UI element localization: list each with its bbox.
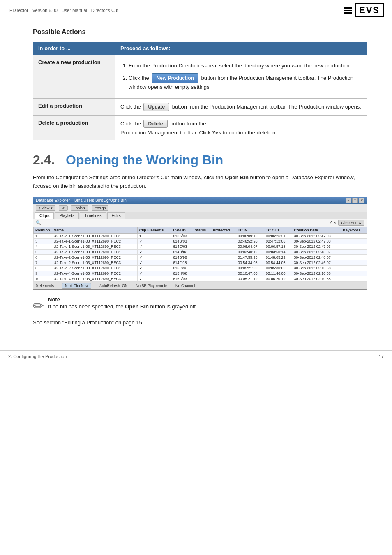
table-cell xyxy=(341,244,367,249)
db-titlebar-controls: − □ ✕ xyxy=(346,198,364,204)
table-cell: 614B/98 xyxy=(171,254,193,260)
table-cell: 30-Sep-2012 02:47:03 xyxy=(292,238,341,244)
note-text-bold: Open Bin xyxy=(125,303,149,310)
action-label: Create a new production xyxy=(33,55,115,99)
table-cell: 10 xyxy=(34,276,52,281)
table-cell xyxy=(341,260,367,265)
note-title: Note xyxy=(48,296,367,303)
clear-all-button[interactable]: Clear ALL ✕ xyxy=(338,220,364,226)
table-cell xyxy=(341,254,367,260)
working-bin-intro: From the Configuration Settings area of … xyxy=(33,173,367,191)
table-cell xyxy=(211,271,236,276)
col-clip-elements: Clip Elements xyxy=(137,227,171,233)
view-dropdown[interactable]: ↕ View ▾ xyxy=(36,205,55,211)
table-cell: 00:05:21:00 xyxy=(236,265,264,271)
note-text: If no bin has been specified, the Open B… xyxy=(48,303,367,310)
table-cell: U2-Take-1-Scene1-03_XT112690_REC3 xyxy=(52,244,137,249)
table-cell xyxy=(211,244,236,249)
table-cell xyxy=(341,249,367,254)
new-production-button[interactable]: New Production xyxy=(152,73,198,83)
step2-prefix: Click the xyxy=(129,75,150,81)
footer-left: 2. Configuring the Production xyxy=(8,354,67,359)
col-protected: Protected xyxy=(211,227,236,233)
actions-table: In order to ... Proceed as follows: Crea… xyxy=(33,42,367,140)
next-clip-now-button[interactable]: Next Clip Now xyxy=(62,283,91,289)
table-cell: 5 xyxy=(34,249,52,254)
close-button[interactable]: ✕ xyxy=(359,198,364,204)
table-cell: 02:47:12:03 xyxy=(264,238,292,244)
play-remote-status: No BE Play remote xyxy=(136,284,168,288)
table-cell xyxy=(193,260,211,265)
update-button[interactable]: Update xyxy=(143,103,169,111)
table-cell xyxy=(193,265,211,271)
col2-header: Proceed as follows: xyxy=(115,42,367,55)
table-cell: 30-Sep-2012 02:47:03 xyxy=(292,244,341,249)
col-name: Name xyxy=(52,227,137,233)
table-cell xyxy=(211,249,236,254)
table-cell: 00:03:40:19 xyxy=(236,249,264,254)
tab-playlists[interactable]: Playlists xyxy=(55,212,79,219)
table-row: 8U2-Take-2-Scene1-03_XT112690_REC1✓615G/… xyxy=(34,265,367,271)
table-cell: 00:06:04:07 xyxy=(236,244,264,249)
autorefresh-status: AutoRefresh: ON xyxy=(99,284,128,288)
tab-edits[interactable]: Edits xyxy=(107,212,125,219)
table-cell: U2-Take-1-Scene1-03_XT112690_REC1 xyxy=(52,249,137,254)
tab-timelines[interactable]: Timelines xyxy=(80,212,106,219)
table-cell xyxy=(211,233,236,238)
refresh-button[interactable]: ⟳ xyxy=(59,205,68,211)
table-cell xyxy=(193,271,211,276)
section-number: 2.4. xyxy=(33,153,58,168)
col-position: Position xyxy=(34,227,52,233)
note-box: ✏ Note If no bin has been specified, the… xyxy=(33,296,367,314)
step-2: Click the New Production button from the… xyxy=(129,73,362,91)
action-description: Click the Delete button from the Product… xyxy=(115,116,367,140)
db-tabs: Clips Playlists Timelines Edits xyxy=(33,212,367,219)
table-row: Delete a production Click the Delete but… xyxy=(33,116,367,140)
table-cell: 02:46:52:20 xyxy=(236,238,264,244)
table-cell: U2-Take-2-Scene1-03_XT112690_REC1 xyxy=(52,265,137,271)
table-cell: 30-Sep-2012 02:46:07 xyxy=(292,260,341,265)
note-text-prefix: If no bin has been specified, the xyxy=(48,303,124,310)
table-cell: ✓ xyxy=(137,249,171,254)
header-title: IPDirector - Version 6.00 - User Manual … xyxy=(8,8,118,13)
tools-dropdown[interactable]: Tools ▾ xyxy=(71,205,89,211)
table-cell xyxy=(193,276,211,281)
table-cell xyxy=(193,238,211,244)
page-footer: 2. Configuring the Production 17 xyxy=(0,350,392,362)
possible-actions-title: Possible Actions xyxy=(33,28,367,36)
table-cell: 4 xyxy=(34,244,52,249)
table-cell: ✓ xyxy=(137,271,171,276)
table-cell: 615H/98 xyxy=(171,271,193,276)
table-cell: U2-Take-2-Scene1-03_XT112690_REC3 xyxy=(52,260,137,265)
table-row: Edit a production Click the Update butto… xyxy=(33,99,367,116)
table-cell xyxy=(193,244,211,249)
maximize-button[interactable]: □ xyxy=(352,198,358,204)
table-cell: 7 xyxy=(34,260,52,265)
question-icon: ? xyxy=(330,220,332,225)
col-lsmid: LSM ID xyxy=(171,227,193,233)
section-heading-text: Opening the Working Bin xyxy=(66,153,223,168)
table-cell: 01:47:55:25 xyxy=(236,254,264,260)
table-cell: 30-Sep-2012 02:48:07 xyxy=(292,254,341,260)
table-cell xyxy=(211,238,236,244)
table-cell: 8 xyxy=(34,265,52,271)
table-cell: 30-Sep-2012 02:10:58 xyxy=(292,276,341,281)
table-row: 9U2-Take-4-Scene1-03_XT112690_REC2✓615H/… xyxy=(34,271,367,276)
table-cell xyxy=(341,276,367,281)
col-tcin: TC IN xyxy=(236,227,264,233)
minimize-button[interactable]: − xyxy=(346,198,351,204)
close-icon: ✕ xyxy=(333,220,337,225)
search-icon: 🔍 xyxy=(36,220,41,225)
table-cell: 614B/03 xyxy=(171,238,193,244)
table-cell: 30-Sep-2012 02:10:58 xyxy=(292,265,341,271)
table-cell: 00:06:20:19 xyxy=(264,276,292,281)
assign-button[interactable]: Assign xyxy=(92,205,108,211)
table-cell: 614C/03 xyxy=(171,244,193,249)
table-cell: U2-Take-2-Scene1-03_XT112690_REC2 xyxy=(52,254,137,260)
table-row: 10U2-Take-4-Scene1-03_XT112690_REC3✓616A… xyxy=(34,276,367,281)
table-cell xyxy=(193,254,211,260)
tab-clips[interactable]: Clips xyxy=(35,212,54,219)
table-cell: U2-Take-4-Scene1-03_XT112690_REC2 xyxy=(52,271,137,276)
table-cell: 6 xyxy=(34,254,52,260)
delete-button[interactable]: Delete xyxy=(143,120,167,128)
